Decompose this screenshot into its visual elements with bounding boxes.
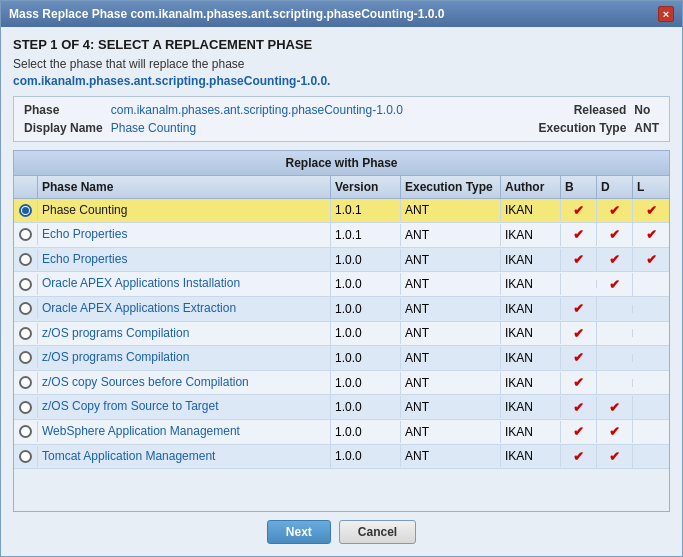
execution-type-cell: ANT [401,273,501,295]
radio-button[interactable] [19,376,32,389]
step-desc-phase: com.ikanalm.phases.ant.scripting.phaseCo… [13,74,330,88]
phases-table: Phase Name Version Execution Type Author… [13,176,670,512]
check-icon: ✔ [573,350,584,365]
col-radio [14,176,38,198]
radio-button[interactable] [19,228,32,241]
phase-label: Phase [24,103,103,117]
radio-cell[interactable] [14,347,38,368]
author-cell: IKAN [501,199,561,221]
col-b: B [561,176,597,198]
radio-button[interactable] [19,327,32,340]
check-icon: ✔ [646,252,657,267]
radio-cell[interactable] [14,274,38,295]
radio-cell[interactable] [14,323,38,344]
d-cell: ✔ [597,396,633,419]
radio-cell[interactable] [14,446,38,467]
d-cell: ✔ [597,199,633,222]
l-cell [633,403,669,411]
table-row[interactable]: z/OS programs Compilation1.0.0ANTIKAN✔ [14,346,669,371]
version-cell: 1.0.1 [331,224,401,246]
execution-type-cell: ANT [401,199,501,221]
b-cell: ✔ [561,248,597,271]
radio-button[interactable] [19,253,32,266]
table-body: Phase Counting1.0.1ANTIKAN✔✔✔Echo Proper… [14,199,669,511]
phase-name-cell: z/OS programs Compilation [38,346,331,370]
radio-cell[interactable] [14,397,38,418]
radio-button[interactable] [19,204,32,217]
author-cell: IKAN [501,372,561,394]
table-row[interactable]: Echo Properties1.0.0ANTIKAN✔✔✔ [14,248,669,273]
step-title: STEP 1 OF 4: SELECT A REPLACEMENT PHASE [13,37,670,52]
radio-button[interactable] [19,302,32,315]
l-cell: ✔ [633,199,669,222]
table-row[interactable]: WebSphere Application Management1.0.0ANT… [14,420,669,445]
execution-type-cell: ANT [401,249,501,271]
table-row[interactable]: Echo Properties1.0.1ANTIKAN✔✔✔ [14,223,669,248]
b-cell: ✔ [561,297,597,320]
radio-cell[interactable] [14,372,38,393]
radio-cell[interactable] [14,200,38,221]
table-row[interactable]: Phase Counting1.0.1ANTIKAN✔✔✔ [14,199,669,224]
b-cell: ✔ [561,346,597,369]
main-window: Mass Replace Phase com.ikanalm.phases.an… [0,0,683,557]
col-phase-name: Phase Name [38,176,331,198]
phase-info-box: Phase com.ikanalm.phases.ant.scripting.p… [13,96,670,142]
version-cell: 1.0.0 [331,298,401,320]
table-row[interactable]: Oracle APEX Applications Installation1.0… [14,272,669,297]
cancel-button[interactable]: Cancel [339,520,416,544]
phase-name-cell: Tomcat Application Management [38,445,331,469]
phase-name-cell: Oracle APEX Applications Extraction [38,297,331,321]
table-row[interactable]: z/OS Copy from Source to Target1.0.0ANTI… [14,395,669,420]
phase-name-cell: z/OS programs Compilation [38,322,331,346]
d-cell: ✔ [597,445,633,468]
b-cell: ✔ [561,322,597,345]
version-cell: 1.0.0 [331,396,401,418]
radio-cell[interactable] [14,298,38,319]
author-cell: IKAN [501,396,561,418]
table-row[interactable]: Oracle APEX Applications Extraction1.0.0… [14,297,669,322]
version-cell: 1.0.1 [331,199,401,221]
replace-section: Replace with Phase Phase Name Version Ex… [13,150,670,512]
radio-button[interactable] [19,278,32,291]
radio-cell[interactable] [14,249,38,270]
execution-type-cell: ANT [401,396,501,418]
l-cell [633,452,669,460]
l-cell [633,280,669,288]
table-row[interactable]: z/OS copy Sources before Compilation1.0.… [14,371,669,396]
footer: Next Cancel [13,512,670,548]
check-icon: ✔ [609,252,620,267]
check-icon: ✔ [573,424,584,439]
check-icon: ✔ [573,252,584,267]
table-header: Phase Name Version Execution Type Author… [14,176,669,199]
version-cell: 1.0.0 [331,273,401,295]
check-icon: ✔ [609,227,620,242]
table-row[interactable]: z/OS programs Compilation1.0.0ANTIKAN✔ [14,322,669,347]
radio-button[interactable] [19,351,32,364]
table-row[interactable]: Tomcat Application Management1.0.0ANTIKA… [14,445,669,470]
replace-title: Replace with Phase [13,150,670,176]
b-cell [561,280,597,288]
execution-type-cell: ANT [401,224,501,246]
col-l: L [633,176,669,198]
col-execution-type: Execution Type [401,176,501,198]
check-icon: ✔ [573,326,584,341]
d-cell: ✔ [597,223,633,246]
step-header: STEP 1 OF 4: SELECT A REPLACEMENT PHASE … [13,37,670,90]
author-cell: IKAN [501,421,561,443]
author-cell: IKAN [501,249,561,271]
window-title: Mass Replace Phase com.ikanalm.phases.an… [9,7,444,21]
next-button[interactable]: Next [267,520,331,544]
col-version: Version [331,176,401,198]
close-button[interactable]: × [658,6,674,22]
phase-value: com.ikanalm.phases.ant.scripting.phaseCo… [111,103,531,117]
radio-button[interactable] [19,450,32,463]
author-cell: IKAN [501,273,561,295]
version-cell: 1.0.0 [331,421,401,443]
radio-cell[interactable] [14,421,38,442]
radio-button[interactable] [19,401,32,414]
phase-name-cell: WebSphere Application Management [38,420,331,444]
check-icon: ✔ [609,203,620,218]
execution-type-cell: ANT [401,445,501,467]
radio-button[interactable] [19,425,32,438]
radio-cell[interactable] [14,224,38,245]
